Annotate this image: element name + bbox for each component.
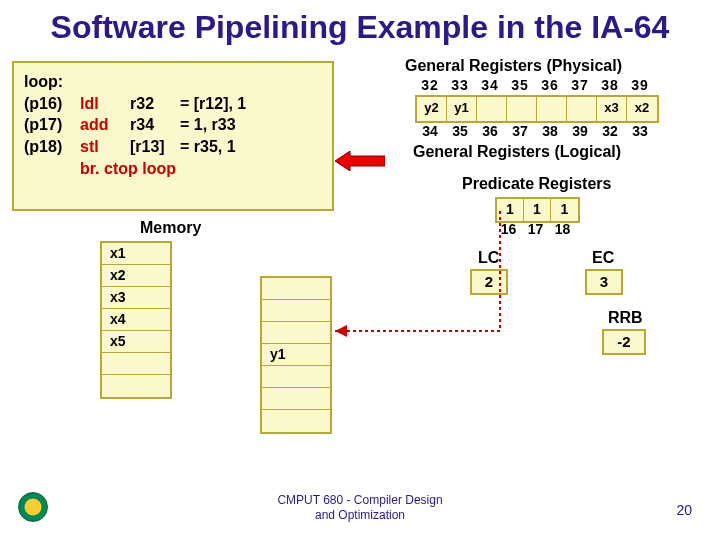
log-idx: 34 [415,123,445,139]
reg-cell [567,97,597,121]
log-idx: 33 [625,123,655,139]
pred-cell: 1 [551,199,578,221]
mem-cell: x1 [102,243,170,265]
mem-cell [262,388,330,410]
mem-cell [262,322,330,344]
code-pred-0: (p16) [24,93,80,115]
phys-idx: 37 [565,77,595,93]
code-block: loop: (p16) ldl r32 = [r12], 1 (p17) add… [12,61,334,211]
pred-idx: 18 [549,221,576,237]
mem-cell [102,353,170,375]
slide-title: Software Pipelining Example in the IA-64 [0,0,720,51]
code-pred-2: (p18) [24,136,80,158]
code-inst-1: add [80,114,130,136]
university-logo-icon [18,492,48,522]
mem-cell: x5 [102,331,170,353]
log-idx: 35 [445,123,475,139]
memory-column-y: y1 [260,276,332,434]
reg-cell: x3 [597,97,627,121]
predicate-table: 1 1 1 [495,197,580,223]
mem-cell [262,300,330,322]
mem-cell [262,410,330,432]
log-idx: 36 [475,123,505,139]
rrb-label: RRB [608,309,643,327]
log-idx: 32 [595,123,625,139]
reg-cell: y1 [447,97,477,121]
code-loop-label: loop: [24,71,80,93]
general-registers-physical-label: General Registers (Physical) [405,57,622,75]
register-table: y2 y1 x3 x2 [415,95,659,123]
lc-label: LC [478,249,499,267]
mem-cell: x3 [102,287,170,309]
memory-column-x: x1 x2 x3 x4 x5 [100,241,172,399]
code-inst-2: stl [80,136,130,158]
pred-cell: 1 [497,199,524,221]
phys-idx: 39 [625,77,655,93]
code-arg1a: r34 [130,114,180,136]
pred-idx: 16 [495,221,522,237]
reg-cell: x2 [627,97,657,121]
phys-idx: 32 [415,77,445,93]
ec-value-box: 3 [585,269,623,295]
reg-cell: y2 [417,97,447,121]
mem-cell: y1 [262,344,330,366]
phys-idx: 35 [505,77,535,93]
code-arg0a: r32 [130,93,180,115]
phys-idx: 36 [535,77,565,93]
predicate-index-row: 161718 [495,221,576,237]
code-arg2b: = r35, 1 [180,136,322,158]
reg-cell [507,97,537,121]
mem-cell: x2 [102,265,170,287]
code-arg1b: = 1, r33 [180,114,322,136]
mem-cell [102,375,170,397]
ec-label: EC [592,249,614,267]
mem-cell [262,366,330,388]
log-idx: 38 [535,123,565,139]
predicate-registers-label: Predicate Registers [462,175,611,193]
rrb-value-box: -2 [602,329,646,355]
phys-idx: 34 [475,77,505,93]
memory-label: Memory [140,219,201,237]
lc-value-box: 2 [470,269,508,295]
general-registers-logical-label: General Registers (Logical) [413,143,621,161]
code-pred-1: (p17) [24,114,80,136]
log-idx: 37 [505,123,535,139]
phys-index-row: 3233343536373839 [415,77,655,93]
svg-marker-0 [335,151,385,171]
pred-cell: 1 [524,199,551,221]
code-inst-3: br. ctop loop [80,158,176,180]
footer-course: CMPUT 680 - Compiler Design and Optimiza… [0,493,720,522]
code-inst-0: ldl [80,93,130,115]
log-index-row: 3435363738393233 [415,123,655,139]
pred-idx: 17 [522,221,549,237]
log-idx: 39 [565,123,595,139]
phys-idx: 38 [595,77,625,93]
reg-cell [537,97,567,121]
phys-idx: 33 [445,77,475,93]
reg-cell [477,97,507,121]
code-arg0b: = [r12], 1 [180,93,322,115]
slide-content: loop: (p16) ldl r32 = [r12], 1 (p17) add… [0,51,720,481]
mem-cell: x4 [102,309,170,331]
code-arg2c: [r13] [130,136,180,158]
slide-number: 20 [676,502,692,518]
pointer-arrow-icon [335,151,385,171]
mem-cell [262,278,330,300]
